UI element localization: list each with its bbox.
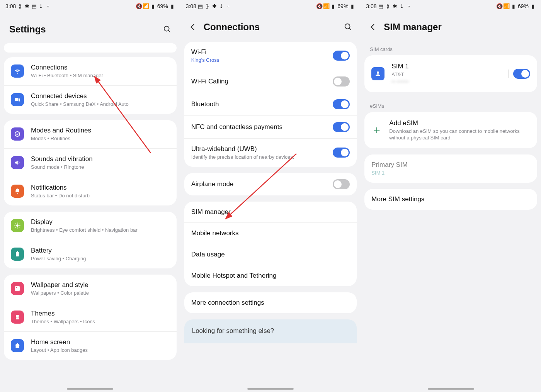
brightness-icon — [11, 219, 24, 232]
more-sim-row[interactable]: More SIM settings — [364, 189, 537, 210]
wifi-row[interactable]: Wi-FiKing's Cross — [184, 42, 357, 70]
page-header: Settings — [0, 12, 180, 43]
row-title: NFC and contactless payments — [191, 123, 333, 131]
home-indicator[interactable] — [247, 388, 294, 390]
back-button[interactable] — [367, 22, 378, 32]
connections-group-1: Wi-FiKing's Cross Wi-Fi Calling Bluetoot… — [184, 42, 357, 167]
mute-icon: 🔇 — [497, 3, 502, 9]
page-title: SIM manager — [384, 22, 534, 32]
wallpaper-row[interactable]: Wallpaper and styleWallpapers • Color pa… — [4, 275, 177, 303]
status-battery: 69% — [518, 3, 529, 9]
divider — [508, 70, 509, 78]
status-time: 3:08 — [366, 3, 376, 9]
row-sub: Modes • Routines — [31, 136, 170, 142]
modes-row[interactable]: Modes and RoutinesModes • Routines — [4, 120, 177, 148]
row-sub: Wallpapers • Color palette — [31, 290, 170, 297]
svg-line-21 — [349, 28, 351, 30]
sim1-toggle[interactable] — [513, 69, 530, 79]
svg-rect-3 — [19, 98, 20, 102]
uwb-toggle[interactable] — [333, 148, 350, 158]
home-icon — [11, 339, 24, 352]
row-sub: Themes • Wallpapers • Icons — [31, 319, 170, 325]
row-title: Data usage — [191, 250, 350, 259]
download-icon: ⇣ — [38, 3, 44, 9]
bluetooth-row[interactable]: Bluetooth — [184, 93, 357, 115]
simcards-label: SIM cards — [361, 42, 541, 55]
display-row[interactable]: DisplayBrightness • Eye comfort shield •… — [4, 212, 177, 240]
row-title: Primary SIM — [371, 161, 530, 169]
signal-icon: ▮ — [511, 3, 516, 9]
row-sub: Download an eSIM so you can connect to m… — [389, 128, 530, 141]
svg-rect-18 — [16, 317, 19, 319]
status-time: 3:08 — [5, 3, 16, 9]
looking-card[interactable]: Looking for something else? — [184, 319, 357, 343]
row-sub: King's Cross — [191, 57, 333, 64]
svg-line-10 — [15, 224, 16, 224]
sim1-row[interactable]: SIM 1 AT&T •• ••••••• — [364, 55, 537, 92]
app-icon: ⟫ — [385, 3, 391, 9]
hotspot-row[interactable]: Mobile Hotspot and Tethering — [184, 265, 357, 286]
more-connection-row[interactable]: More connection settings — [184, 292, 357, 313]
svg-point-17 — [16, 287, 17, 288]
simcards-card: SIM 1 AT&T •• ••••••• — [364, 55, 537, 92]
airplane-toggle[interactable] — [333, 179, 350, 189]
modes-icon — [11, 127, 24, 141]
mute-icon: 🔇 — [136, 3, 142, 9]
sim-number-blurred: •• ••••••• — [391, 79, 504, 85]
svg-line-1 — [168, 31, 170, 32]
add-esim-row[interactable]: Add eSIM Download an eSIM so you can con… — [364, 112, 537, 148]
row-title: Wi-Fi — [191, 48, 333, 56]
row-title: More SIM settings — [371, 195, 530, 204]
search-button[interactable] — [343, 22, 354, 32]
back-button[interactable] — [187, 22, 198, 32]
row-title: Battery — [31, 246, 170, 255]
app-icon: ⟫ — [205, 3, 210, 9]
slack-icon: ✱ — [24, 3, 30, 9]
row-title: Modes and Routines — [31, 126, 170, 135]
svg-line-12 — [15, 227, 16, 228]
search-icon — [344, 23, 352, 31]
nfc-row[interactable]: NFC and contactless payments — [184, 115, 357, 138]
data-usage-row[interactable]: Data usage — [184, 244, 357, 265]
status-bar: 3:08 ⟫ ✱ ▤ ⇣ ▫ 🔇 📶 ▮ 69% ▮ — [0, 0, 180, 12]
home-screen-row[interactable]: Home screenLayout • App icon badges — [4, 331, 177, 360]
airplane-row[interactable]: Airplane mode — [184, 173, 357, 195]
row-sub: Wi-Fi • Bluetooth • SIM manager — [31, 73, 170, 79]
battery-icon — [11, 248, 24, 261]
slack-icon: ✱ — [212, 3, 217, 9]
mobile-networks-row[interactable]: Mobile networks — [184, 222, 357, 244]
wallpaper-icon — [11, 282, 24, 295]
wifi-calling-row[interactable]: Wi-Fi Calling — [184, 70, 357, 93]
row-sub: Sound mode • Ringtone — [31, 164, 170, 171]
wifi-calling-toggle[interactable] — [333, 76, 350, 87]
battery-row[interactable]: BatteryPower saving • Charging — [4, 240, 177, 268]
home-indicator[interactable] — [428, 388, 474, 390]
battery-icon: ▮ — [350, 3, 355, 9]
sim-manager-screen: 3:08 ▤ ⟫ ✱ ⇣ ▫ 🔇 📶 ▮ 69% ▮ SIM manager S… — [361, 0, 541, 392]
signal-icon: ▮ — [330, 3, 336, 9]
page-title: Connections — [204, 22, 338, 32]
nfc-toggle[interactable] — [333, 122, 350, 132]
connections-group-2: Airplane mode — [184, 173, 357, 195]
connected-devices-row[interactable]: Connected devicesQuick Share • Samsung D… — [4, 85, 177, 114]
row-sub: Brightness • Eye comfort shield • Naviga… — [31, 227, 170, 234]
notifications-row[interactable]: NotificationsStatus bar • Do not disturb — [4, 177, 177, 205]
wifi-toggle[interactable] — [333, 51, 350, 61]
sim-manager-row[interactable]: SIM manager — [184, 202, 357, 222]
search-icon — [163, 25, 172, 34]
row-sub: Status bar • Do not disturb — [31, 193, 170, 199]
esims-card: Add eSIM Download an eSIM so you can con… — [364, 112, 537, 148]
row-title: More connection settings — [191, 299, 350, 307]
themes-row[interactable]: ThemesThemes • Wallpapers • Icons — [4, 303, 177, 331]
app-icon: ⟫ — [17, 3, 23, 9]
bluetooth-toggle[interactable] — [333, 99, 350, 109]
esims-label: eSIMs — [361, 98, 541, 112]
home-indicator[interactable] — [67, 388, 113, 390]
row-sub: Layout • App icon badges — [31, 347, 170, 354]
search-button[interactable] — [162, 24, 173, 35]
uwb-row[interactable]: Ultra-wideband (UWB)Identify the precise… — [184, 138, 357, 167]
connections-row[interactable]: ConnectionsWi-Fi • Bluetooth • SIM manag… — [4, 57, 177, 85]
sounds-row[interactable]: Sounds and vibrationSound mode • Rington… — [4, 148, 177, 177]
primary-sim-card: Primary SIM SIM 1 — [364, 154, 537, 183]
svg-point-23 — [377, 71, 379, 74]
